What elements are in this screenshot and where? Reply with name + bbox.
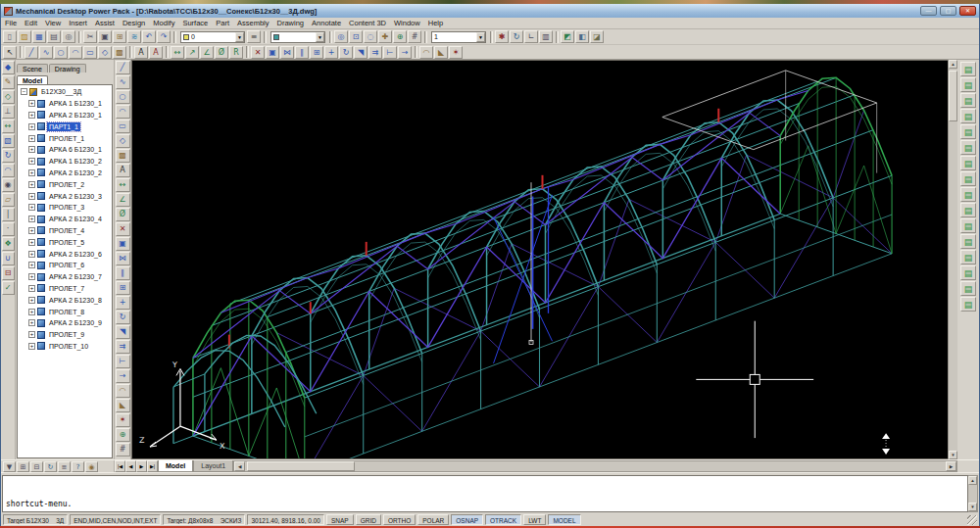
arc-icon[interactable]: ◠	[69, 46, 82, 59]
workaxis-icon[interactable]: |	[2, 208, 15, 221]
offset-icon[interactable]: ∥	[116, 266, 130, 280]
properties-icon[interactable]: ▥	[539, 30, 553, 43]
content-3d-library-icon[interactable]: ▤	[960, 187, 976, 202]
content-3d-library-icon[interactable]: ▤	[960, 156, 976, 170]
hide-icon[interactable]: ◪	[590, 30, 604, 43]
polygon-icon[interactable]: ◇	[98, 46, 112, 59]
vertical-scroll-track[interactable]	[949, 69, 957, 451]
named-views-icon[interactable]: #	[116, 443, 130, 456]
toggle-snap[interactable]: SNAP	[326, 514, 354, 525]
browser-options-icon[interactable]: ≡	[58, 461, 71, 472]
zoom-realtime-icon[interactable]: ◎	[334, 30, 348, 43]
expand-icon[interactable]: +	[28, 193, 35, 200]
tab-first-icon[interactable]: |◀	[115, 460, 125, 472]
scroll-down-icon[interactable]: ▼	[968, 503, 977, 511]
part-modeling-icon[interactable]: ◆	[2, 61, 15, 74]
scroll-up-icon[interactable]: ▲	[949, 60, 957, 69]
array-icon[interactable]: ⊞	[310, 46, 323, 59]
mirror-icon[interactable]: ⋈	[280, 46, 294, 59]
expand-icon[interactable]: +	[28, 262, 35, 268]
menu-drawing[interactable]: Drawing	[273, 19, 309, 27]
circle-icon[interactable]: ○	[54, 46, 68, 59]
tree-item[interactable]: +АРКА 6 Б1230_1	[18, 144, 112, 156]
diameter-dimension-icon[interactable]: Ø	[215, 46, 228, 59]
scroll-down-icon[interactable]: ▼	[949, 451, 957, 459]
toggle-ortho[interactable]: ORTHO	[383, 514, 416, 525]
zoom-window-icon[interactable]: ⊡	[349, 30, 363, 43]
tree-item[interactable]: +АРКА 1 Б1230_1	[18, 98, 112, 110]
horizontal-scroll-thumb[interactable]	[247, 461, 355, 471]
menu-edit[interactable]: Edit	[21, 19, 41, 27]
tree-item[interactable]: +ПРОЛЕТ_4	[18, 225, 112, 237]
browser-filter-icon[interactable]: ▼	[3, 461, 16, 472]
expand-icon[interactable]: +	[28, 227, 35, 234]
linear-dimension-icon[interactable]: ↔	[171, 46, 184, 59]
trim-icon[interactable]: ⊢	[383, 46, 397, 59]
tree-item[interactable]: +АРКА 2 Б1230_7	[18, 271, 112, 283]
expand-icon[interactable]: +	[28, 135, 35, 142]
text-icon[interactable]: A	[116, 164, 130, 177]
copy-object-icon[interactable]: ▣	[266, 46, 279, 59]
dimension-icon[interactable]: ↔	[116, 178, 130, 192]
content-3d-library-icon[interactable]: ▤	[960, 281, 976, 296]
assembly-icon[interactable]: ❖	[2, 237, 15, 251]
minimize-button[interactable]: —	[920, 6, 937, 16]
revolve-icon[interactable]: ↻	[2, 149, 15, 163]
tree-item[interactable]: +ПРОЛЕТ_7	[18, 283, 112, 295]
tree-item[interactable]: +АРКА 1 Б1230_2	[18, 156, 112, 168]
match-properties-icon[interactable]: ≋	[127, 30, 141, 43]
canvas-vertical-scrollbar[interactable]: ▲ ▼	[948, 60, 957, 459]
fillet-icon[interactable]: ◠	[419, 46, 433, 59]
print-icon[interactable]: ▤	[47, 30, 61, 43]
horizontal-scroll-track[interactable]	[245, 461, 946, 471]
chamfer-icon[interactable]: ◣	[116, 399, 130, 412]
named-views-icon[interactable]: #	[408, 30, 421, 43]
scale-icon[interactable]: ◥	[354, 46, 368, 59]
line-icon[interactable]: ╱	[24, 46, 38, 59]
combine-icon[interactable]: ∪	[2, 252, 15, 265]
browser-expand-all-icon[interactable]: ⊞	[17, 461, 29, 472]
command-line[interactable]: shortcut-menu. Regenerating model. Comma…	[2, 475, 968, 512]
tree-item[interactable]: +ПАРТ1_1	[18, 120, 112, 132]
menu-file[interactable]: File	[1, 19, 21, 27]
tab-drawing[interactable]: Drawing	[49, 64, 86, 72]
expand-icon[interactable]: +	[28, 331, 35, 338]
expand-icon[interactable]: +	[28, 251, 35, 258]
dimension-icon[interactable]: ↔	[2, 120, 15, 133]
content-3d-library-icon[interactable]: ▤	[960, 171, 976, 186]
toggle-model[interactable]: MODEL	[548, 514, 580, 525]
tree-item[interactable]: +ПРОЛЕТ_10	[18, 341, 112, 353]
menu-surface[interactable]: Surface	[178, 19, 212, 27]
shade-icon[interactable]: ◧	[575, 30, 589, 43]
tab-model[interactable]: Model	[17, 75, 48, 84]
cut-icon[interactable]: ✂	[83, 30, 97, 43]
sketch-icon[interactable]: ✎	[2, 75, 15, 89]
menu-help[interactable]: Help	[424, 19, 447, 27]
content-3d-library-icon[interactable]: ▤	[960, 62, 976, 76]
expand-icon[interactable]: +	[28, 319, 35, 326]
3d-orbit-icon[interactable]: ⊕	[116, 428, 130, 442]
angular-dimension-icon[interactable]: ∠	[200, 46, 214, 59]
tree-item[interactable]: +АРКА 2 Б1230_6	[18, 248, 112, 260]
tree-item[interactable]: +ПРОЛЕТ_2	[18, 178, 112, 190]
expand-icon[interactable]: +	[28, 239, 35, 246]
tab-last-icon[interactable]: ▶|	[147, 460, 158, 472]
trim-icon[interactable]: ⊢	[116, 355, 130, 368]
print-preview-icon[interactable]: ◎	[62, 30, 75, 43]
expand-icon[interactable]: +	[28, 181, 35, 188]
rotate-icon[interactable]: ↻	[116, 311, 130, 324]
expand-icon[interactable]: +	[28, 285, 35, 292]
toggle-otrack[interactable]: OTRACK	[485, 514, 521, 525]
expand-icon[interactable]: +	[28, 204, 35, 211]
menu-insert[interactable]: Insert	[65, 19, 91, 27]
polygon-icon[interactable]: ◇	[116, 134, 130, 148]
toggle-grid[interactable]: GRID	[356, 514, 381, 525]
scroll-left-icon[interactable]: ◀	[234, 461, 245, 471]
select-icon[interactable]: ↖	[3, 46, 17, 59]
scroll-up-icon[interactable]: ▲	[968, 476, 977, 485]
menu-annotate[interactable]: Annotate	[308, 19, 345, 27]
line-icon[interactable]: ╱	[116, 61, 130, 74]
content-3d-library-icon[interactable]: ▤	[960, 203, 976, 217]
expand-icon[interactable]: +	[28, 343, 35, 350]
content-3d-library-icon[interactable]: ▤	[960, 140, 976, 155]
